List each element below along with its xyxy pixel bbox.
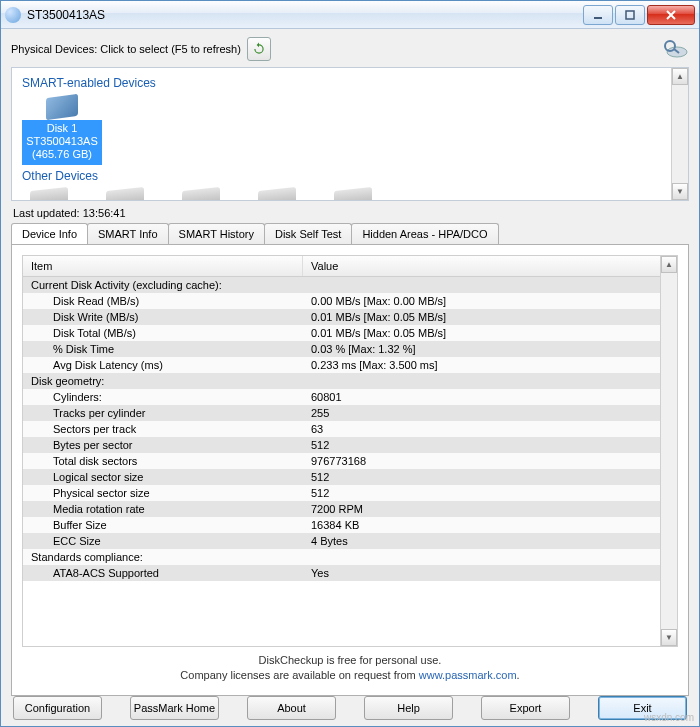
- footer-line1: DiskCheckup is free for personal use.: [22, 653, 678, 668]
- table-row[interactable]: Total disk sectors976773168: [23, 453, 677, 469]
- passmark-link[interactable]: www.passmark.com: [419, 669, 517, 681]
- cell-value: 60801: [303, 391, 677, 403]
- disk-name: Disk 1: [26, 122, 98, 135]
- cell-value: 512: [303, 439, 677, 451]
- cell-value: Yes: [303, 567, 677, 579]
- cell-value: 16384 KB: [303, 519, 677, 531]
- table-row[interactable]: % Disk Time0.03 % [Max: 1.32 %]: [23, 341, 677, 357]
- other-disk-icon[interactable]: [258, 187, 296, 201]
- cell-item: ECC Size: [23, 535, 303, 547]
- tab-device-info[interactable]: Device Info: [11, 223, 88, 244]
- other-disk-icon[interactable]: [334, 187, 372, 201]
- other-disk-icon[interactable]: [106, 187, 144, 201]
- col-value[interactable]: Value: [303, 256, 677, 276]
- other-devices-header: Other Devices: [22, 169, 678, 183]
- watermark: wsxdn.com: [644, 712, 694, 723]
- table-row[interactable]: Cylinders:60801: [23, 389, 677, 405]
- minimize-button[interactable]: [583, 5, 613, 25]
- about-button[interactable]: About: [247, 696, 336, 720]
- grid-scrollbar[interactable]: ▲ ▼: [660, 256, 677, 646]
- help-button[interactable]: Help: [364, 696, 453, 720]
- cell-item: Logical sector size: [23, 471, 303, 483]
- tab-disk-self-test[interactable]: Disk Self Test: [264, 223, 352, 244]
- cell-item: Cylinders:: [23, 391, 303, 403]
- passmark-home-button[interactable]: PassMark Home: [130, 696, 219, 720]
- title-bar: ST3500413AS: [1, 1, 699, 29]
- grid-rows: Current Disk Activity (excluding cache):…: [23, 277, 677, 581]
- cell-value: 255: [303, 407, 677, 419]
- tab-smart-info[interactable]: SMART Info: [87, 223, 169, 244]
- tab-smart-history[interactable]: SMART History: [168, 223, 265, 244]
- scroll-down-button[interactable]: ▼: [672, 183, 688, 200]
- disk-model: ST3500413AS: [26, 135, 98, 148]
- cell-value: 512: [303, 487, 677, 499]
- tab-body: Item Value Current Disk Activity (exclud…: [11, 244, 689, 696]
- cell-item: Media rotation rate: [23, 503, 303, 515]
- svg-rect-1: [626, 11, 634, 19]
- table-row[interactable]: Bytes per sector512: [23, 437, 677, 453]
- maximize-button[interactable]: [615, 5, 645, 25]
- close-button[interactable]: [647, 5, 695, 25]
- other-disk-icon[interactable]: [182, 187, 220, 201]
- device-panel: SMART-enabled Devices Disk 1 ST3500413AS…: [11, 67, 689, 201]
- footer-line2a: Company licenses are available on reques…: [180, 669, 418, 681]
- table-row[interactable]: Physical sector size512: [23, 485, 677, 501]
- other-devices-row: [22, 189, 678, 201]
- app-icon: [5, 7, 21, 23]
- scroll-up-button[interactable]: ▲: [661, 256, 677, 273]
- table-row[interactable]: Disk Total (MB/s)0.01 MB/s [Max: 0.05 MB…: [23, 325, 677, 341]
- scroll-up-button[interactable]: ▲: [672, 68, 688, 85]
- table-row[interactable]: ATA8-ACS SupportedYes: [23, 565, 677, 581]
- cell-value: 4 Bytes: [303, 535, 677, 547]
- table-row[interactable]: Sectors per track63: [23, 421, 677, 437]
- cell-item: Sectors per track: [23, 423, 303, 435]
- cell-value: 976773168: [303, 455, 677, 467]
- table-row[interactable]: Logical sector size512: [23, 469, 677, 485]
- tab-hidden-areas[interactable]: Hidden Areas - HPA/DCO: [351, 223, 498, 244]
- cell-item: Standards compliance:: [23, 551, 303, 563]
- content-area: Physical Devices: Click to select (F5 to…: [1, 29, 699, 726]
- last-updated-label: Last updated: 13:56:41: [13, 207, 687, 219]
- footer-line2b: .: [517, 669, 520, 681]
- table-row[interactable]: Disk Read (MB/s)0.00 MB/s [Max: 0.00 MB/…: [23, 293, 677, 309]
- export-button[interactable]: Export: [481, 696, 570, 720]
- cell-item: Physical sector size: [23, 487, 303, 499]
- refresh-button[interactable]: [247, 37, 271, 61]
- device-scrollbar[interactable]: ▲ ▼: [671, 68, 688, 200]
- table-row[interactable]: Current Disk Activity (excluding cache):: [23, 277, 677, 293]
- table-row[interactable]: Media rotation rate7200 RPM: [23, 501, 677, 517]
- cell-value: 0.01 MB/s [Max: 0.05 MB/s]: [303, 311, 677, 323]
- other-disk-icon[interactable]: [30, 187, 68, 201]
- cell-item: Buffer Size: [23, 519, 303, 531]
- configuration-button[interactable]: Configuration: [13, 696, 102, 720]
- cell-item: Bytes per sector: [23, 439, 303, 451]
- refresh-icon: [252, 42, 266, 56]
- table-row[interactable]: Avg Disk Latency (ms)0.233 ms [Max: 3.50…: [23, 357, 677, 373]
- table-row[interactable]: Disk geometry:: [23, 373, 677, 389]
- table-row[interactable]: Disk Write (MB/s)0.01 MB/s [Max: 0.05 MB…: [23, 309, 677, 325]
- cell-item: Total disk sectors: [23, 455, 303, 467]
- table-row[interactable]: Standards compliance:: [23, 549, 677, 565]
- physical-devices-label: Physical Devices: Click to select (F5 to…: [11, 43, 241, 55]
- table-row[interactable]: Tracks per cylinder255: [23, 405, 677, 421]
- info-grid: Item Value Current Disk Activity (exclud…: [22, 255, 678, 647]
- disk-item[interactable]: Disk 1 ST3500413AS (465.76 GB): [22, 94, 102, 165]
- search-disk-icon[interactable]: [661, 38, 689, 60]
- grid-header: Item Value: [23, 256, 677, 277]
- cell-item: ATA8-ACS Supported: [23, 567, 303, 579]
- cell-value: 0.233 ms [Max: 3.500 ms]: [303, 359, 677, 371]
- app-window: ST3500413AS Physical Devices: Click to s…: [0, 0, 700, 727]
- window-controls: [581, 5, 695, 25]
- disk-size: (465.76 GB): [26, 148, 98, 161]
- table-row[interactable]: Buffer Size16384 KB: [23, 517, 677, 533]
- cell-item: % Disk Time: [23, 343, 303, 355]
- cell-item: Tracks per cylinder: [23, 407, 303, 419]
- cell-value: 0.03 % [Max: 1.32 %]: [303, 343, 677, 355]
- col-item[interactable]: Item: [23, 256, 303, 276]
- window-title: ST3500413AS: [27, 8, 581, 22]
- scroll-down-button[interactable]: ▼: [661, 629, 677, 646]
- cell-item: Disk geometry:: [23, 375, 303, 387]
- tab-strip: Device Info SMART Info SMART History Dis…: [11, 223, 689, 244]
- cell-item: Disk Write (MB/s): [23, 311, 303, 323]
- table-row[interactable]: ECC Size4 Bytes: [23, 533, 677, 549]
